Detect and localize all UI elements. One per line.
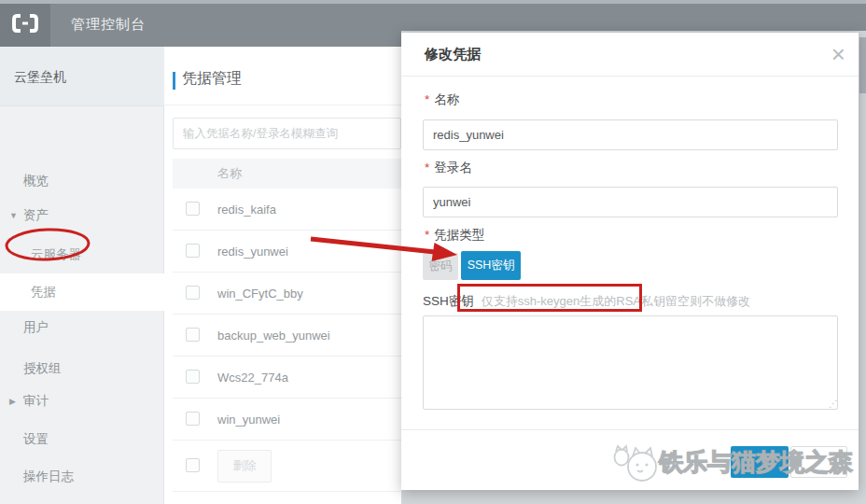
- app-logo[interactable]: [0, 0, 50, 47]
- sidebar: 云堡垒机 概览 ▼资产 云服务器 凭据 用户 授权组 ▶审计 设置 操作日志: [0, 47, 164, 504]
- sidebar-item-label: 凭据: [31, 285, 56, 299]
- login-field-label: *登录名: [425, 160, 472, 176]
- modal-footer-divider: [401, 429, 859, 430]
- required-mark: *: [425, 161, 429, 175]
- table-row[interactable]: win_CFytC_bby: [173, 273, 401, 315]
- delete-button[interactable]: 删除: [217, 450, 272, 483]
- credential-name: redis_kaifa: [217, 189, 276, 231]
- sidebar-section-title: 云堡垒机: [0, 47, 164, 106]
- sidebar-item-cloud-servers[interactable]: 云服务器: [0, 236, 164, 273]
- table-row[interactable]: win_yunwei: [173, 399, 401, 441]
- ssh-key-hint-rest: 留空则不做修改: [665, 294, 750, 308]
- chevron-down-icon: ▼: [9, 197, 18, 234]
- cancel-button[interactable]: [790, 446, 847, 478]
- modal-title: 修改凭据: [425, 46, 481, 63]
- sidebar-item-auth-groups[interactable]: 授权组: [0, 350, 164, 387]
- sidebar-item-credentials[interactable]: 凭据: [0, 273, 164, 311]
- modal-header: 修改凭据 ×: [401, 33, 859, 77]
- sidebar-item-audit[interactable]: ▶审计: [0, 383, 164, 420]
- credential-name: Wcs22_774a: [217, 357, 288, 399]
- sidebar-item-operation-logs[interactable]: 操作日志: [0, 458, 164, 496]
- sidebar-item-label: 授权组: [23, 361, 62, 375]
- chevron-right-icon: ▶: [9, 383, 16, 420]
- row-checkbox[interactable]: [186, 202, 200, 216]
- ssh-key-label: SSH密钥: [423, 294, 474, 308]
- credential-name: backup_web_yunwei: [217, 315, 330, 357]
- page-title: 凭据管理: [182, 69, 242, 89]
- close-icon[interactable]: ×: [831, 38, 845, 70]
- name-field-label: *名称: [425, 91, 459, 108]
- sidebar-item-label: 云服务器: [31, 247, 81, 261]
- credential-name: win_yunwei: [217, 399, 280, 441]
- table-row[interactable]: Wcs22_774a: [173, 357, 401, 399]
- window-top-edge: [0, 0, 866, 4]
- sidebar-item-settings[interactable]: 设置: [0, 421, 164, 458]
- confirm-button[interactable]: [731, 446, 789, 478]
- row-checkbox[interactable]: [186, 286, 200, 300]
- login-field[interactable]: [423, 187, 838, 217]
- table-row[interactable]: backup_web_yunwei: [173, 315, 401, 357]
- credential-name: win_CFytC_bby: [217, 273, 303, 315]
- type-option-sshkey[interactable]: SSH密钥: [461, 251, 521, 280]
- bracket-logo-icon: [11, 13, 39, 34]
- type-field-label: *凭据类型: [425, 227, 484, 244]
- required-mark: *: [425, 228, 429, 242]
- sidebar-item-label: 资产: [23, 208, 49, 222]
- row-checkbox[interactable]: [186, 412, 200, 426]
- ssh-key-label-row: SSH密钥仅支持ssh-keygen生成的RSA私钥留空则不做修改: [423, 293, 843, 312]
- row-checkbox[interactable]: [186, 244, 200, 258]
- sidebar-item-label: 操作日志: [23, 469, 74, 483]
- modal-edit-credential: 修改凭据 × *名称 *登录名 *凭据类型 密码 SSH密钥 SSH密钥仅支持s…: [401, 33, 859, 490]
- sidebar-item-label: 概览: [23, 174, 49, 188]
- app-title: 管理控制台: [71, 0, 146, 47]
- credential-name: redis_yunwei: [217, 231, 288, 273]
- content-area: 凭据管理 名称 redis_kaifa redis_yunwei win_CFy…: [164, 47, 401, 504]
- app-root: 管理控制台 云堡垒机 概览 ▼资产 云服务器 凭据 用户 授权组 ▶审计 设置 …: [0, 0, 866, 504]
- table-footer-row: 删除: [173, 441, 401, 492]
- row-checkbox[interactable]: [186, 328, 200, 342]
- sidebar-item-label: 用户: [23, 320, 49, 334]
- page-header: 凭据管理: [164, 47, 401, 105]
- sidebar-item-users[interactable]: 用户: [0, 309, 164, 346]
- sidebar-item-assets[interactable]: ▼资产: [0, 197, 164, 234]
- credentials-table: 名称 redis_kaifa redis_yunwei win_CFytC_bb…: [173, 159, 401, 492]
- select-all-checkbox[interactable]: [186, 458, 200, 472]
- sidebar-item-label: 审计: [23, 394, 49, 408]
- type-option-password[interactable]: 密码: [423, 253, 458, 280]
- search-input[interactable]: [173, 118, 401, 149]
- resize-handle-icon[interactable]: ⋰: [829, 399, 838, 409]
- row-checkbox[interactable]: [186, 370, 200, 384]
- title-accent-bar: [173, 72, 175, 90]
- table-header-name: 名称: [173, 159, 401, 189]
- name-field[interactable]: [423, 119, 838, 150]
- sidebar-item-overview[interactable]: 概览: [0, 162, 164, 200]
- ssh-key-textarea[interactable]: [423, 315, 838, 410]
- table-row[interactable]: redis_yunwei: [173, 231, 401, 273]
- sidebar-item-label: 设置: [23, 432, 49, 446]
- required-mark: *: [425, 92, 429, 106]
- scrollbar-thumb[interactable]: [859, 37, 866, 93]
- ssh-key-hint-boxed: 仅支持ssh-keygen生成的RSA私钥: [482, 294, 665, 308]
- table-row[interactable]: redis_kaifa: [173, 189, 401, 231]
